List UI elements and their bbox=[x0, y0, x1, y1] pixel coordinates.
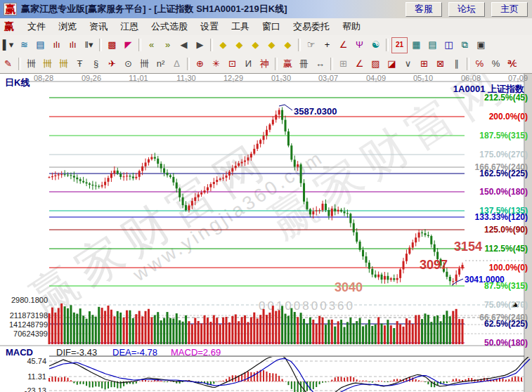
scale-pct-icon[interactable]: ℅ bbox=[472, 57, 487, 72]
menu-logo-icon: 赢 bbox=[4, 20, 14, 33]
gann-square-icon[interactable]: ▨ bbox=[368, 57, 383, 72]
nav-prev-icon[interactable]: ◀ bbox=[176, 38, 191, 53]
gold-comb-1-icon[interactable]: 卌 bbox=[40, 57, 55, 72]
menu-item-交易委托[interactable]: 交易委托 bbox=[287, 18, 336, 35]
menu-bar: 赢 文件浏览资讯江恩公式选股设置工具窗口交易委托帮助 bbox=[0, 18, 532, 36]
f-comb-icon[interactable]: Ŧ bbox=[72, 57, 87, 72]
print-tool-icon[interactable]: ▣ bbox=[474, 38, 488, 53]
angle-a-icon[interactable]: ∆ bbox=[169, 57, 184, 72]
bars-3-icon[interactable]: ılı bbox=[49, 38, 64, 53]
nav-next-icon[interactable]: ▶ bbox=[193, 38, 207, 53]
slant-lines-icon[interactable]: ∥ bbox=[449, 57, 464, 72]
grid-square-icon[interactable]: ⊞ bbox=[417, 57, 432, 72]
brush-tool-icon[interactable]: ✎ bbox=[1, 57, 15, 72]
zoom-all-icon[interactable]: ◆ bbox=[280, 38, 295, 53]
menu-item-帮助[interactable]: 帮助 bbox=[336, 18, 367, 35]
pct-bar-icon[interactable]: ℀ bbox=[505, 57, 519, 72]
zoom-ud-icon[interactable]: ◆ bbox=[264, 38, 279, 53]
nav-first-icon[interactable]: « bbox=[144, 38, 159, 53]
spiral-tool-icon[interactable]: § bbox=[89, 57, 103, 72]
menu-item-文件[interactable]: 文件 bbox=[21, 18, 52, 35]
toolbar-separator bbox=[187, 58, 190, 70]
calculator-tool-icon[interactable]: ▦ bbox=[409, 38, 424, 53]
title-button-论坛[interactable]: 论坛 bbox=[448, 2, 485, 17]
k-mark-icon[interactable]: И bbox=[241, 57, 256, 72]
toolbar-separator bbox=[210, 39, 213, 51]
fan-square-icon[interactable]: ◪ bbox=[384, 57, 399, 72]
angle-tool-icon[interactable]: ∠ bbox=[336, 38, 351, 53]
bars-9-icon[interactable]: ılı bbox=[65, 38, 80, 53]
comb-tool-2-icon[interactable]: 卌 bbox=[137, 57, 152, 72]
circle-tool-icon[interactable]: ☯ bbox=[368, 38, 383, 53]
save-tool-icon[interactable]: ◫ bbox=[441, 38, 456, 53]
zoom-lr-icon[interactable]: ◆ bbox=[248, 38, 263, 53]
box-grid-icon[interactable]: ⊞ bbox=[336, 57, 351, 72]
toolbar-drawing: ✎卌卌卌Ŧ§✈⊙卌n²∆⊕✳⊡И神赢冊↔⊞∠▨◪∨⊞⊠∥℅%℀ bbox=[0, 55, 532, 74]
menu-item-公式选股[interactable]: 公式选股 bbox=[145, 18, 194, 35]
overlay-wave-icon[interactable]: ≋ bbox=[17, 38, 32, 53]
toolbar-separator bbox=[330, 58, 333, 70]
toolbar-separator bbox=[138, 39, 141, 51]
color-flag-icon[interactable]: ◤ bbox=[121, 38, 136, 53]
gold-comb-2-icon[interactable]: 卌 bbox=[56, 57, 71, 72]
app-window: 赢家财富网 www.yingjia360.com 赢家财富网 001008003… bbox=[0, 0, 532, 392]
menu-item-窗口[interactable]: 窗口 bbox=[256, 18, 287, 35]
menu-item-工具[interactable]: 工具 bbox=[225, 18, 256, 35]
toolbar-separator bbox=[467, 58, 469, 70]
n-square-icon[interactable]: n² bbox=[153, 57, 168, 72]
notepad-tool-icon[interactable]: ▤ bbox=[425, 38, 440, 53]
gann-box-tool-icon[interactable]: ▩ bbox=[105, 38, 119, 53]
kline-style-icon[interactable]: ▌▾ bbox=[1, 38, 15, 53]
copy-tool-icon[interactable]: ⧉ bbox=[458, 38, 472, 53]
crosshair-tool-icon[interactable]: + bbox=[320, 38, 335, 53]
hand-tool-icon[interactable]: ☞ bbox=[304, 38, 318, 53]
thin-candle-icon[interactable]: ǁ▾ bbox=[82, 38, 96, 53]
circle-target-icon[interactable]: ⊕ bbox=[193, 57, 207, 72]
shen-tool-icon[interactable]: 神 bbox=[257, 57, 272, 72]
dense-comb-icon[interactable]: 冊 bbox=[297, 57, 311, 72]
calendar-tool-icon[interactable]: 21 bbox=[391, 37, 408, 53]
ying-tool-icon[interactable]: 赢 bbox=[280, 57, 295, 72]
menu-item-设置[interactable]: 设置 bbox=[194, 18, 225, 35]
toolbar-separator bbox=[386, 39, 389, 51]
app-logo-icon: 赢 bbox=[4, 3, 17, 15]
dart-tool-icon[interactable]: ✈ bbox=[105, 57, 119, 72]
ray-fan-icon[interactable]: ∠ bbox=[352, 57, 367, 72]
grid-square-2-icon[interactable]: ⊠ bbox=[433, 57, 448, 72]
zoom-left-icon[interactable]: ◆ bbox=[216, 38, 231, 53]
menu-item-江恩[interactable]: 江恩 bbox=[114, 18, 145, 35]
menu-item-浏览[interactable]: 浏览 bbox=[52, 18, 83, 35]
percent-icon[interactable]: % bbox=[488, 57, 503, 72]
zoom-right-icon[interactable]: ◆ bbox=[232, 38, 247, 53]
cycle-circle-icon[interactable]: ⊙ bbox=[121, 57, 136, 72]
quote-list-icon[interactable]: ▤ bbox=[33, 38, 48, 53]
window-title: 赢家江恩专业版[赢家服务平台] - [上证指数 SH1A0001-219日K线] bbox=[21, 3, 287, 15]
comb-tool-icon[interactable]: 卌 bbox=[24, 57, 39, 72]
nav-last-icon[interactable]: » bbox=[160, 38, 175, 53]
toolbar-separator bbox=[275, 58, 278, 70]
star-target-icon[interactable]: ✳ bbox=[209, 57, 223, 72]
toolbar-separator bbox=[298, 39, 301, 51]
square-target-icon[interactable]: ⊡ bbox=[225, 57, 240, 72]
shape-tool-icon[interactable]: Ψ bbox=[352, 38, 367, 53]
toolbar-separator bbox=[18, 58, 21, 70]
title-button-group: 客服论坛主页 bbox=[406, 2, 528, 17]
toolbar-separator bbox=[99, 39, 102, 51]
title-button-客服[interactable]: 客服 bbox=[406, 2, 442, 17]
toolbar-main: ▌▾≋▤ılıılıǁ▾▩◤«»◀▶◆◆◆◆◆☞+∠Ψ☯21▦▤◫⧉▣ bbox=[0, 35, 532, 55]
v-shape-icon[interactable]: ∨ bbox=[401, 57, 415, 72]
span-arrow-icon[interactable]: ↔ bbox=[313, 57, 327, 72]
menu-item-资讯[interactable]: 资讯 bbox=[83, 18, 114, 35]
title-bar[interactable]: 赢 赢家江恩专业版[赢家服务平台] - [上证指数 SH1A0001-219日K… bbox=[0, 0, 532, 18]
title-button-主页[interactable]: 主页 bbox=[491, 2, 528, 17]
